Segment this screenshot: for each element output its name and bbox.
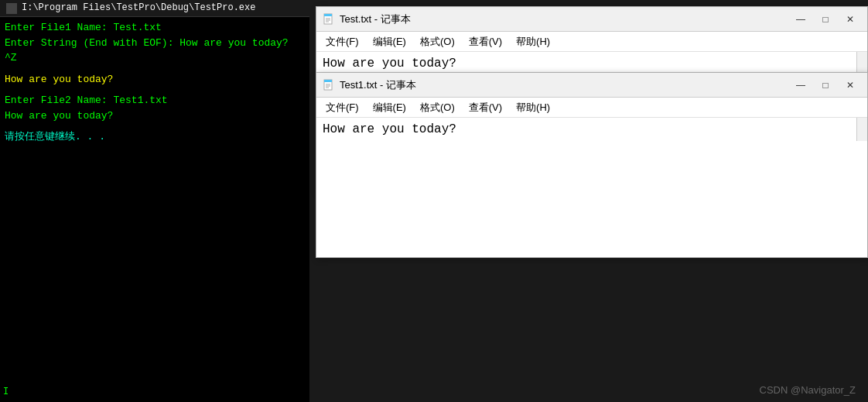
notepad2-scrollbar[interactable] xyxy=(856,118,867,141)
notepad1-title-section: Test.txt - 记事本 xyxy=(323,12,411,26)
notepad1-menu-file[interactable]: 文件(F) xyxy=(320,33,365,51)
notepad2-menu-view[interactable]: 查看(V) xyxy=(463,98,508,117)
terminal-footer-char: I xyxy=(3,386,9,399)
notepad1-content: How are you today? xyxy=(323,57,456,70)
notepad2-icon xyxy=(323,79,335,91)
notepad1-controls[interactable]: — □ ✕ xyxy=(790,11,861,28)
notepad1-titlebar: Test.txt - 记事本 — □ ✕ xyxy=(316,7,867,32)
notepad2-content: How are you today? xyxy=(323,122,456,136)
terminal-line-7: 请按任意键继续. . . xyxy=(5,129,305,145)
terminal-line-1: Enter File1 Name: Test.txt xyxy=(5,20,305,36)
terminal-title: I:\Program Files\TestPro\Debug\TestPro.e… xyxy=(22,2,255,15)
svg-rect-1 xyxy=(324,14,332,16)
notepad2-title: Test1.txt - 记事本 xyxy=(340,78,416,92)
terminal-line-6: How are you today? xyxy=(5,108,305,124)
terminal-line-5: Enter File2 Name: Test1.txt xyxy=(5,93,305,108)
notepad2-close-button[interactable]: ✕ xyxy=(839,77,861,94)
notepad2-title-section: Test1.txt - 记事本 xyxy=(323,78,416,92)
terminal-content: Enter File1 Name: Test.txt Enter String … xyxy=(0,17,309,148)
notepad2-minimize-button[interactable]: — xyxy=(790,77,812,94)
notepad1-menu-format[interactable]: 格式(O) xyxy=(414,33,461,51)
notepad1-menu-edit[interactable]: 编辑(E) xyxy=(367,33,412,51)
terminal-line-4: How are you today? xyxy=(5,72,305,88)
terminal-icon xyxy=(6,3,17,14)
notepad2-menu-help[interactable]: 帮助(H) xyxy=(510,98,556,117)
notepad2-titlebar: Test1.txt - 记事本 — □ ✕ xyxy=(316,73,867,98)
notepad2-menu-file[interactable]: 文件(F) xyxy=(320,98,365,117)
notepad2-menubar: 文件(F) 编辑(E) 格式(O) 查看(V) 帮助(H) xyxy=(316,98,867,118)
notepad1-menubar: 文件(F) 编辑(E) 格式(O) 查看(V) 帮助(H) xyxy=(316,32,867,52)
notepad1-minimize-button[interactable]: — xyxy=(790,11,812,28)
notepad2-controls[interactable]: — □ ✕ xyxy=(790,77,861,94)
terminal-titlebar: I:\Program Files\TestPro\Debug\TestPro.e… xyxy=(0,0,309,17)
terminal-line-2: Enter String (End with EOF): How are you… xyxy=(5,36,305,51)
terminal-line-3: ^Z xyxy=(5,50,305,66)
notepad2-menu-format[interactable]: 格式(O) xyxy=(414,98,461,117)
notepad1-menu-help[interactable]: 帮助(H) xyxy=(510,33,556,51)
notepad1-title: Test.txt - 记事本 xyxy=(340,12,411,26)
svg-rect-6 xyxy=(324,80,332,82)
notepad1-menu-view[interactable]: 查看(V) xyxy=(463,33,508,51)
notepad2-menu-edit[interactable]: 编辑(E) xyxy=(367,98,412,117)
notepad1-maximize-button[interactable]: □ xyxy=(815,11,836,28)
terminal-window: I:\Program Files\TestPro\Debug\TestPro.e… xyxy=(0,0,309,402)
notepad2-body: How are you today? xyxy=(316,118,867,141)
notepad2-maximize-button[interactable]: □ xyxy=(815,77,836,94)
watermark: CSDN @Navigator_Z xyxy=(760,384,856,396)
notepad1-icon xyxy=(323,13,335,26)
notepad2-window: Test1.txt - 记事本 — □ ✕ 文件(F) 编辑(E) 格式(O) … xyxy=(316,72,868,258)
notepad1-close-button[interactable]: ✕ xyxy=(839,11,861,28)
